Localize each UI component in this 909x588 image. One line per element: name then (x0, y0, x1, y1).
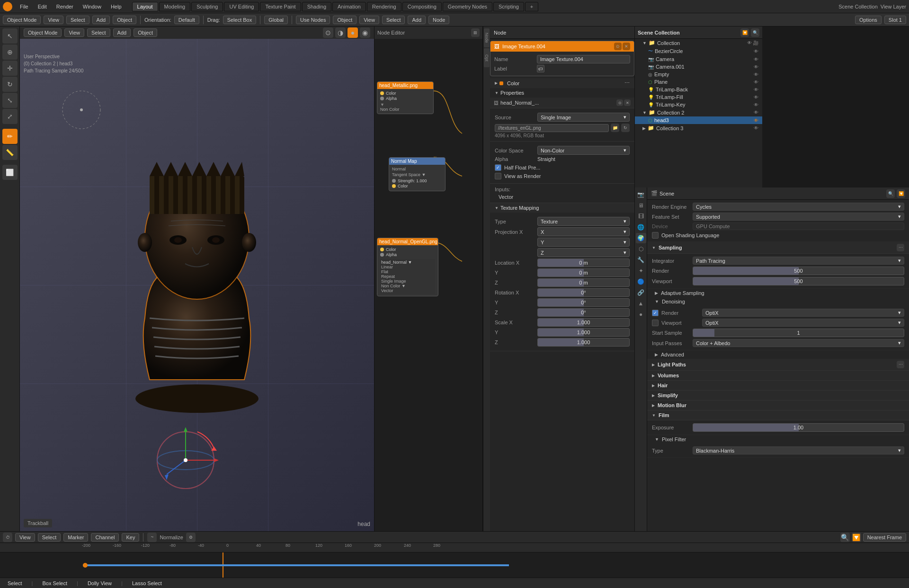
outliner-trilamp-fill[interactable]: 💡 TriLamp-Fill 👁 (635, 93, 762, 101)
vp-select[interactable]: Select (87, 28, 110, 37)
node-normal-opengl[interactable]: head_Normal_OpenGL.png Color Alpha head_… (377, 238, 438, 296)
source-dropdown[interactable]: Single Image▾ (537, 113, 630, 122)
scale-x-slider[interactable]: 1.000 (537, 318, 630, 327)
outliner-empty[interactable]: ◎ Empty 👁 (635, 71, 762, 78)
outliner-trilamp-back[interactable]: 💡 TriLamp-Back 👁 (635, 86, 762, 93)
node-side-btn[interactable]: Node (484, 28, 490, 47)
collection2-eye[interactable]: 👁 (754, 110, 758, 115)
texture-mapping-header[interactable]: ▼ Texture Mapping (490, 203, 634, 213)
scale-y-slider[interactable]: 1.000 (537, 328, 630, 337)
pft-dropdown[interactable]: Blackman-Harris▾ (693, 446, 904, 454)
world-icon-tab[interactable]: 🌍 (636, 233, 646, 243)
view-btn[interactable]: View (44, 16, 63, 24)
loc-x-slider[interactable]: 0 m (537, 258, 630, 267)
vp-object[interactable]: Object (134, 28, 157, 37)
tab-sculpting[interactable]: Sculpting (191, 2, 223, 11)
hair-toggle[interactable]: ▶ Hair (647, 381, 909, 391)
drag-select[interactable]: Select Box (223, 16, 257, 24)
output-icon-tab[interactable]: 🖥 (636, 200, 646, 211)
tool-add-cube[interactable]: ⬜ (2, 165, 18, 180)
lamp-fill-eye[interactable]: 👁 (754, 95, 758, 100)
outliner-collection3[interactable]: ▶ 📁 Collection 3 👁 (635, 124, 762, 132)
menu-render[interactable]: Render (53, 3, 77, 10)
vp-render-btn[interactable]: ◉ (360, 27, 370, 38)
exp-slider[interactable]: 1.00 (693, 423, 904, 432)
tl-select-btn[interactable]: Select (38, 533, 61, 542)
viewport-samples-slider[interactable]: 500 (693, 277, 904, 285)
outliner-trilamp-key[interactable]: 💡 TriLamp-Key 👁 (635, 101, 762, 108)
sampling-options[interactable]: ⋯ (897, 244, 904, 251)
outliner-collection2[interactable]: ▼ 📁 Collection 2 👁 (635, 108, 762, 116)
normal-options[interactable]: ⊙ (616, 99, 623, 106)
tab-scripting[interactable]: Scripting (493, 2, 524, 11)
tool-cursor[interactable]: ⊕ (2, 45, 18, 60)
tl-filter[interactable]: 🔽 (852, 533, 861, 542)
loc-y-slider[interactable]: 0 m (537, 268, 630, 277)
select-btn2[interactable]: Select (382, 16, 405, 24)
transform-select[interactable]: Global (264, 16, 288, 24)
lamp-key-eye[interactable]: 👁 (754, 102, 758, 107)
view-btn2[interactable]: View (359, 16, 379, 24)
outliner-head3[interactable]: ⬡ head3 👁 (635, 116, 762, 124)
label-icon[interactable]: 🏷 (537, 65, 544, 72)
select-btn[interactable]: Select (66, 16, 89, 24)
use-nodes[interactable]: Use Nodes (296, 16, 330, 24)
mode-select[interactable]: Object Mode (3, 16, 41, 24)
denoising-toggle[interactable]: ▼ Denoising (647, 297, 909, 306)
outliner-search[interactable]: 🔍 (751, 28, 759, 37)
vp-mode[interactable]: Object Mode (24, 28, 62, 37)
normal-close[interactable]: ✕ (624, 99, 631, 106)
rp-filter[interactable]: 🔽 (897, 189, 905, 198)
proj-y-dropdown[interactable]: Y▾ (537, 238, 630, 247)
timeline-content[interactable] (0, 552, 909, 578)
rd-dropdown[interactable]: OptiX▾ (702, 309, 904, 317)
object-icon-tab[interactable]: ⬡ (636, 244, 646, 254)
tool-select[interactable]: ↖ (2, 28, 18, 44)
tl-channel-btn[interactable]: Channel (91, 533, 119, 542)
tool-annotate[interactable]: ✏ (2, 129, 18, 144)
reload-icon[interactable]: ↻ (621, 124, 630, 132)
properties-section-header[interactable]: ▼ Properties (490, 88, 634, 98)
re-dropdown[interactable]: Cycles▾ (693, 203, 904, 211)
color-options[interactable]: ⋯ (624, 80, 630, 86)
camera001-eye[interactable]: 👁 (754, 64, 758, 70)
material-icon-tab[interactable]: ● (636, 309, 646, 320)
status-dolly[interactable]: Dolly View (88, 580, 112, 586)
tab-modeling[interactable]: Modeling (159, 2, 191, 11)
options-btn[interactable]: Options (855, 16, 882, 24)
status-select[interactable]: Select (8, 580, 22, 586)
options-side-btn[interactable]: Opt (484, 48, 490, 67)
tl-nearframe[interactable]: Nearest Frame (863, 533, 906, 542)
sampling-toggle[interactable]: ▼ Sampling ⋯ (647, 242, 909, 254)
node-options[interactable]: ⊞ (471, 28, 480, 37)
tab-layout[interactable]: Layout (132, 2, 158, 11)
img-texture-close[interactable]: ✕ (623, 43, 630, 50)
node-canvas[interactable]: head_Metallic.png Color Alpha ▼ Non Colo… (374, 39, 482, 531)
volumes-toggle[interactable]: ▶ Volumes (647, 371, 909, 381)
outliner-camera[interactable]: 📷 Camera 👁 (635, 55, 762, 63)
adaptive-sampling-toggle[interactable]: ▶ Adaptive Sampling (647, 289, 909, 297)
color-section-header[interactable]: ▶ Color ⋯ (490, 78, 634, 88)
type-dropdown[interactable]: Texture▾ (537, 217, 630, 226)
menu-window[interactable]: Window (79, 3, 105, 10)
modifier-icon-tab[interactable]: 🔧 (636, 255, 646, 265)
render-samples-slider[interactable]: 500 (693, 267, 904, 275)
outliner-bezier[interactable]: 〜 BezierCircle 👁 (635, 47, 762, 55)
node-metallic[interactable]: head_Metallic.png Color Alpha ▼ Non Colo… (377, 81, 434, 114)
status-lasso[interactable]: Lasso Select (132, 580, 162, 586)
collection-eye[interactable]: 👁 (747, 40, 752, 45)
menu-help[interactable]: Help (107, 3, 125, 10)
tab-add[interactable]: + (525, 2, 538, 11)
vp-view[interactable]: View (64, 28, 84, 37)
half-float-cb[interactable] (495, 164, 501, 171)
vd-dropdown[interactable]: OptiX▾ (702, 319, 904, 327)
tool-scale[interactable]: ⤡ (2, 93, 18, 108)
object-btn[interactable]: Object (113, 16, 136, 24)
outliner-collection[interactable]: ▼ 📁 Collection 👁 🎥 (635, 39, 762, 47)
empty-eye[interactable]: 👁 (754, 72, 758, 77)
bezier-eye[interactable]: 👁 (754, 49, 758, 54)
particles-icon-tab[interactable]: ✦ (636, 266, 646, 276)
render-denoise-cb[interactable] (652, 310, 659, 316)
rp-search[interactable]: 🔍 (886, 189, 895, 198)
camera-eye[interactable]: 👁 (754, 57, 758, 62)
